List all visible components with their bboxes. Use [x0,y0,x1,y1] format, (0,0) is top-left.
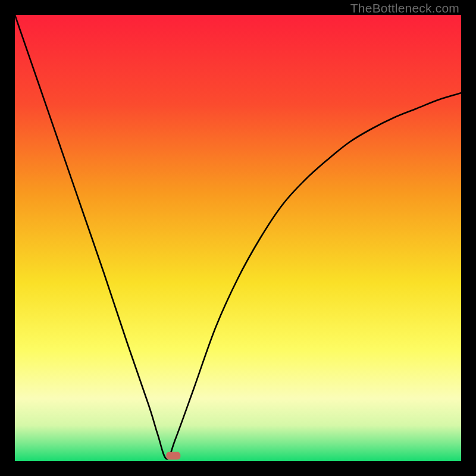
chart-frame [15,15,461,461]
watermark-text: TheBottleneck.com [350,1,459,15]
gradient-background [15,15,461,461]
chart-svg [15,15,461,461]
optimal-marker [166,452,180,460]
